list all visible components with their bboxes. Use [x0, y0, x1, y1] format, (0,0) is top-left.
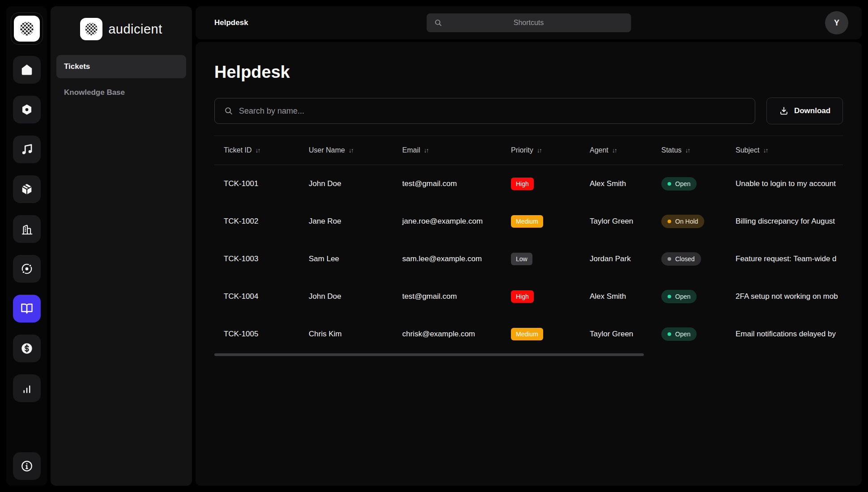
sidebar-nav: Tickets Knowledge Base — [56, 55, 186, 104]
search-input[interactable] — [239, 106, 746, 116]
cell-ticket-id: TCK-1004 — [224, 292, 309, 301]
search-field — [214, 98, 755, 124]
sort-icon[interactable]: ↓↑ — [349, 147, 353, 154]
rail-item-hexagon[interactable] — [13, 96, 41, 123]
sidebar-item-tickets[interactable]: Tickets — [56, 55, 186, 78]
cell-subject: Feature request: Team-wide d — [736, 254, 843, 263]
cell-email: sam.lee@example.com — [402, 254, 511, 263]
column-header-status[interactable]: Status↓↑ — [661, 146, 736, 154]
cell-subject: Billing discrepancy for August — [736, 217, 843, 226]
column-header-user-name[interactable]: User Name↓↑ — [309, 146, 402, 154]
rail-item-home[interactable] — [13, 56, 41, 84]
icon-rail — [6, 6, 47, 486]
cell-user-name: John Doe — [309, 292, 402, 301]
hexagon-nut-icon — [20, 103, 34, 116]
sidebar-item-knowledge-base[interactable]: Knowledge Base — [56, 81, 186, 104]
status-badge: Closed — [661, 252, 701, 266]
status-badge: Open — [661, 177, 697, 191]
rail-item-music[interactable] — [13, 136, 41, 163]
cell-subject: Email notifications delayed by — [736, 330, 843, 339]
shortcuts-button[interactable]: Shortcuts — [426, 13, 631, 32]
rail-item-dollar[interactable] — [13, 335, 41, 362]
page-title: Helpdesk — [214, 63, 843, 82]
column-header-subject[interactable]: Subject↓↑ — [736, 146, 843, 154]
status-badge: On Hold — [661, 215, 704, 228]
column-header-agent[interactable]: Agent↓↑ — [590, 146, 661, 154]
avatar[interactable]: Y — [825, 11, 848, 34]
cell-agent: Taylor Green — [590, 217, 661, 226]
brand: audicient — [56, 17, 186, 41]
cell-user-name: Jane Roe — [309, 217, 402, 226]
download-label: Download — [794, 106, 830, 115]
sidebar: audicient Tickets Knowledge Base — [51, 6, 192, 486]
cell-user-name: Chris Kim — [309, 330, 402, 339]
orbit-icon — [20, 262, 34, 276]
sidebar-item-label: Knowledge Base — [64, 88, 125, 97]
rail-item-orbit[interactable] — [13, 255, 41, 283]
download-button[interactable]: Download — [766, 98, 843, 124]
status-badge: Open — [661, 290, 697, 303]
audicient-logo-icon — [80, 18, 102, 40]
cell-email: test@gmail.com — [402, 292, 511, 301]
column-header-email[interactable]: Email↓↑ — [402, 146, 511, 154]
shortcuts-label: Shortcuts — [443, 19, 615, 27]
cell-ticket-id: TCK-1002 — [224, 217, 309, 226]
rail-item-chart[interactable] — [13, 374, 41, 402]
music-note-icon — [20, 143, 34, 156]
status-badge: Open — [661, 327, 697, 341]
sort-icon[interactable]: ↓↑ — [685, 147, 689, 154]
table-row[interactable]: TCK-1003 Sam Lee sam.lee@example.com Low… — [214, 240, 843, 278]
status-label: Open — [675, 293, 690, 300]
cell-agent: Alex Smith — [590, 179, 661, 188]
table-row[interactable]: TCK-1002 Jane Roe jane.roe@example.com M… — [214, 203, 843, 240]
rail-item-building[interactable] — [13, 215, 41, 243]
workspace-logo-button[interactable] — [11, 13, 43, 45]
package-cube-icon — [20, 182, 34, 196]
search-icon — [224, 106, 234, 116]
status-dot-icon — [668, 257, 671, 261]
rail-nav — [13, 56, 41, 402]
status-dot-icon — [668, 295, 671, 298]
cell-subject: 2FA setup not working on mob — [736, 292, 843, 301]
sort-icon[interactable]: ↓↑ — [537, 147, 541, 154]
priority-badge: Low — [511, 253, 532, 265]
bar-chart-icon — [20, 382, 34, 395]
cell-email: chrisk@example.com — [402, 330, 511, 339]
topbar: Helpdesk Shortcuts Y — [196, 6, 862, 39]
building-icon — [20, 222, 34, 236]
cell-user-name: John Doe — [309, 179, 402, 188]
status-dot-icon — [668, 220, 671, 223]
cell-ticket-id: TCK-1001 — [224, 179, 309, 188]
priority-badge: High — [511, 178, 534, 190]
audicient-logo-icon — [14, 16, 40, 42]
column-header-priority[interactable]: Priority↓↑ — [511, 146, 590, 154]
cell-subject: Unable to login to my account — [736, 179, 843, 188]
table-row[interactable]: TCK-1005 Chris Kim chrisk@example.com Me… — [214, 315, 843, 353]
cell-email: test@gmail.com — [402, 179, 511, 188]
table-row[interactable]: TCK-1004 John Doe test@gmail.com High Al… — [214, 278, 843, 315]
status-label: On Hold — [675, 218, 698, 225]
priority-badge: High — [511, 290, 534, 303]
sort-icon[interactable]: ↓↑ — [424, 147, 428, 154]
sort-icon[interactable]: ↓↑ — [763, 147, 767, 154]
cell-user-name: Sam Lee — [309, 254, 402, 263]
sort-icon[interactable]: ↓↑ — [612, 147, 617, 154]
info-icon — [20, 459, 34, 473]
rail-item-book[interactable] — [13, 295, 41, 322]
brand-name: audicient — [108, 22, 162, 37]
table-row[interactable]: TCK-1001 John Doe test@gmail.com High Al… — [214, 165, 843, 203]
column-header-ticket-id[interactable]: Ticket ID↓↑ — [224, 146, 309, 154]
rail-item-info[interactable] — [13, 452, 41, 480]
main-panel: Helpdesk Download Ticket ID↓↑User Name↓↑… — [196, 42, 862, 486]
priority-badge: Medium — [511, 215, 543, 228]
download-icon — [779, 106, 789, 116]
sidebar-item-label: Tickets — [64, 62, 90, 71]
horizontal-scrollbar[interactable] — [214, 353, 644, 356]
sort-icon[interactable]: ↓↑ — [255, 147, 260, 154]
cell-agent: Jordan Park — [590, 254, 661, 263]
status-label: Open — [675, 331, 690, 338]
cell-ticket-id: TCK-1003 — [224, 254, 309, 263]
tickets-table: Ticket ID↓↑User Name↓↑Email↓↑Priority↓↑A… — [214, 136, 843, 356]
rail-item-package[interactable] — [13, 175, 41, 203]
dollar-coin-icon — [20, 342, 34, 355]
